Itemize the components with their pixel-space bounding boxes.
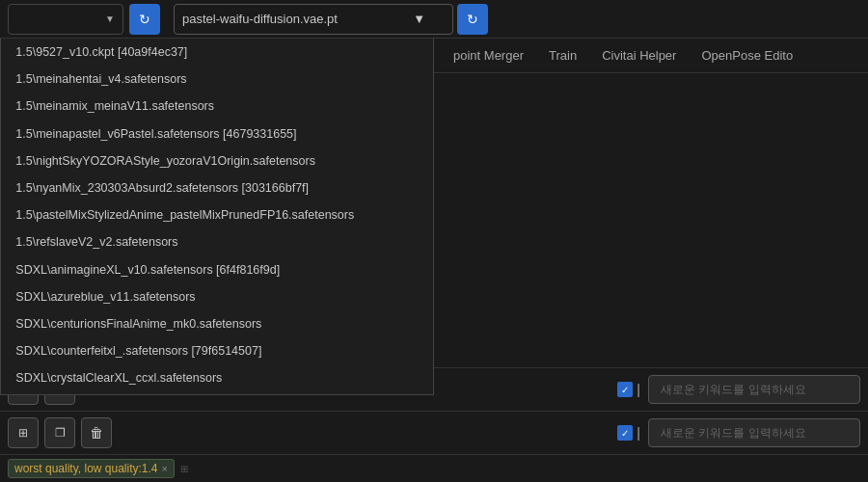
item-text: SDXL\azureblue_v11.safetensors — [15, 290, 195, 304]
dropdown-list-item[interactable]: SDXL\crystalClearXL_ccxl.safetensors — [1, 364, 433, 391]
vae-refresh-button[interactable]: ↻ — [457, 4, 488, 35]
dropdown-list-item[interactable]: 1.5\nyanMix_230303Absurd2.safetensors [3… — [1, 174, 433, 201]
checkbox-1[interactable]: ✓ — [617, 382, 633, 397]
copy-button-2a[interactable]: ⊞ — [8, 417, 39, 448]
check-mark-1: ✓ — [621, 385, 629, 395]
pipe-cursor-1: | — [637, 382, 640, 397]
model-dropdown-list: 1.5\9527_v10.ckpt [40a9f4ec37] 1.5\meina… — [0, 39, 434, 395]
tab-item[interactable]: Train — [537, 42, 588, 68]
refresh-icon: ↻ — [139, 12, 150, 27]
dropdown-list-item[interactable]: 1.5\meinapastel_v6Pastel.safetensors [46… — [1, 120, 433, 147]
tag-row: worst quality, low quality:1.4 × ⊞ — [0, 454, 868, 482]
item-text: 1.5\meinamix_meinaV11.safetensors — [15, 99, 214, 113]
dropdown-list-item[interactable]: ✓SDXL\nebulaeAnimeStyle_v10.safetensors … — [1, 391, 433, 395]
item-text: 1.5\9527_v10.ckpt [40a9f4ec37] — [15, 45, 187, 59]
item-text: SDXL\crystalClearXL_ccxl.safetensors — [15, 371, 222, 385]
pipe-cursor-2: | — [637, 425, 640, 441]
dropdown-list-item[interactable]: 1.5\pastelMixStylizedAnime_pastelMixPrun… — [1, 201, 433, 228]
tag-item-1: worst quality, low quality:1.4 × — [8, 459, 175, 478]
keyword-input-2[interactable]: 새로운 키워드를 입력하세요 — [648, 418, 860, 447]
item-text: 1.5\meinapastel_v6Pastel.safetensors [46… — [15, 127, 296, 141]
vae-dropdown[interactable]: pastel-waifu-diffusion.vae.pt ▼ — [174, 4, 453, 35]
item-text: SDXL\centurionsFinalAnime_mk0.safetensor… — [15, 317, 261, 331]
item-text: 1.5\pastelMixStylizedAnime_pastelMixPrun… — [15, 208, 354, 222]
dropdown-list-item[interactable]: 1.5\refslaveV2_v2.safetensors — [1, 228, 433, 255]
dropdown-list-item[interactable]: 1.5\9527_v10.ckpt [40a9f4ec37] — [1, 39, 433, 66]
item-text: 1.5\refslaveV2_v2.safetensors — [15, 235, 177, 249]
vae-selector: pastel-waifu-diffusion.vae.pt ▼ ↻ — [174, 4, 488, 35]
model-selector[interactable]: ▼ — [8, 4, 123, 35]
dropdown-list-item[interactable]: SDXL\animagineXL_v10.safetensors [6f4f81… — [1, 256, 433, 283]
tag-text-1: worst quality, low quality:1.4 — [14, 462, 158, 475]
action-row-2: ⊞ ❐ 🗑 ✓ | 새로운 키워드를 입력하세요 — [0, 411, 868, 454]
vae-refresh-icon: ↻ — [467, 12, 478, 27]
checkbox-area-2: ✓ | 새로운 키워드를 입력하세요 — [617, 418, 860, 447]
checkbox-area-1: ✓ | 새로운 키워드를 입력하세요 — [617, 375, 860, 404]
vae-label: pastel-waifu-diffusion.vae.pt — [182, 12, 338, 26]
trash-button-2[interactable]: 🗑 — [81, 417, 112, 448]
trash-icon-2: 🗑 — [90, 425, 103, 441]
item-text: 1.5\meinahentai_v4.safetensors — [15, 72, 186, 86]
dropdown-list-item[interactable]: SDXL\counterfeitxl_.safetensors [79f6514… — [1, 337, 433, 364]
copy-icon-2a: ⊞ — [18, 426, 28, 440]
model-refresh-button[interactable]: ↻ — [129, 4, 160, 35]
dropdown-list-item[interactable]: 1.5\meinahentai_v4.safetensors — [1, 66, 433, 93]
copy-button-2b[interactable]: ❐ — [44, 417, 75, 448]
input-placeholder-2: 새로운 키워드를 입력하세요 — [661, 425, 806, 442]
item-text: SDXL\animagineXL_v10.safetensors [6f4f81… — [15, 263, 280, 277]
copy-icon-2b: ❐ — [55, 426, 66, 440]
checkbox-2[interactable]: ✓ — [617, 425, 633, 441]
top-bar: ▼ ↻ pastel-waifu-diffusion.vae.pt ▼ ↻ — [0, 0, 868, 39]
dropdown-list-item[interactable]: SDXL\centurionsFinalAnime_mk0.safetensor… — [1, 310, 433, 337]
dropdown-list-item[interactable]: 1.5\meinamix_meinaV11.safetensors — [1, 93, 433, 120]
small-icon-bottom: ⊞ — [180, 464, 188, 474]
dropdown-list-item[interactable]: 1.5\nightSkyYOZORAStyle_yozoraV1Origin.s… — [1, 147, 433, 174]
item-text: 1.5\nyanMix_230303Absurd2.safetensors [3… — [15, 181, 309, 195]
item-text: SDXL\counterfeitxl_.safetensors [79f6514… — [15, 344, 261, 358]
tab-item[interactable]: point Merger — [442, 42, 535, 68]
tab-item[interactable]: OpenPose Edito — [690, 42, 804, 68]
vae-dropdown-arrow: ▼ — [413, 12, 425, 26]
input-placeholder-1: 새로운 키워드를 입력하세요 — [661, 382, 806, 398]
item-text: 1.5\nightSkyYOZORAStyle_yozoraV1Origin.s… — [15, 154, 315, 168]
tab-bar: point MergerTrainCivitai HelperOpenPose … — [434, 39, 868, 73]
dropdown-list-item[interactable]: SDXL\azureblue_v11.safetensors — [1, 283, 433, 310]
check-mark-2: ✓ — [621, 428, 629, 439]
keyword-input-1[interactable]: 새로운 키워드를 입력하세요 — [648, 375, 860, 404]
tag-close-1[interactable]: × — [162, 463, 168, 474]
tab-item[interactable]: Civitai Helper — [590, 42, 688, 68]
model-dropdown-arrow: ▼ — [105, 13, 115, 24]
